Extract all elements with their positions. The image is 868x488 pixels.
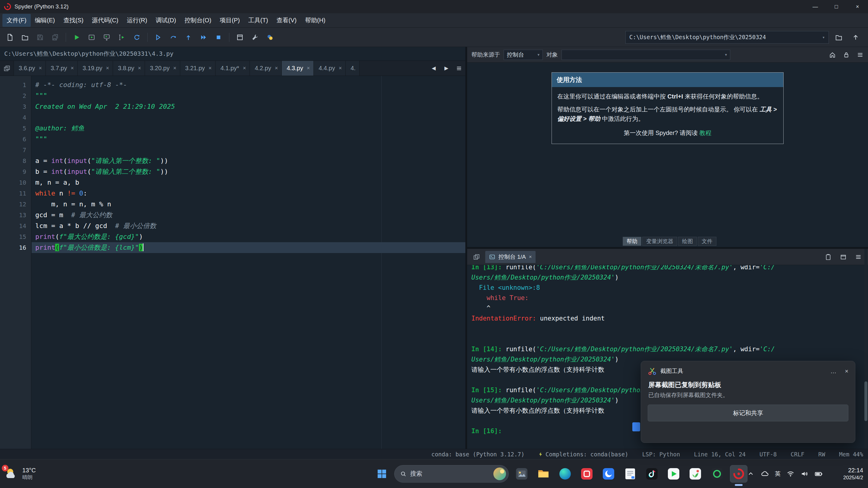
tab-close-icon[interactable]: × [106,65,110,71]
taskbar-app-iqiyi[interactable] [665,465,682,483]
wifi-icon[interactable] [786,470,795,478]
taskbar-app-tiktok[interactable] [643,465,661,483]
code-line[interactable]: m, n = a, b [35,177,465,188]
taskbar-app-gallery[interactable] [513,465,530,483]
taskbar-app-document[interactable] [621,465,639,483]
working-directory-combo[interactable]: C:\Users\鳕鱼\Desktop\python作业\20250324 ▾ [625,31,829,44]
next-tab-button[interactable]: ▶ [440,61,453,76]
editor-tab-3.8.py[interactable]: 3.8.py× [113,61,145,76]
step-over-button[interactable] [166,30,180,44]
code-line[interactable]: print(f"最大公约数是: {gcd}") [35,231,465,242]
hamburger-menu-icon[interactable] [857,51,864,59]
line-number[interactable]: 14 [0,221,31,231]
code-line[interactable] [35,112,465,123]
pane-tab-variable-explorer[interactable]: 变量浏览器 [642,237,677,246]
new-file-button[interactable] [3,30,17,44]
code-line[interactable]: """ [35,134,465,144]
more-options-icon[interactable]: … [830,368,836,375]
line-number[interactable]: 6 [0,134,31,144]
search-daily-image[interactable] [493,467,506,480]
chevron-up-icon[interactable] [747,470,754,478]
console-scrollbar[interactable] [864,249,867,449]
help-source-combo[interactable]: 控制台 ▾ [504,50,543,60]
line-number[interactable]: 2 [0,90,31,101]
line-number[interactable]: 8 [0,156,31,166]
ime-language-indicator[interactable]: 英 [775,470,781,478]
open-file-button[interactable] [18,30,32,44]
line-number[interactable]: 3 [0,101,31,112]
tab-close-icon[interactable]: × [70,65,74,71]
tab-menu-button[interactable] [453,61,465,76]
editor-tab-4.[interactable]: 4. [346,61,360,76]
line-number[interactable]: 1 [0,79,31,90]
chevron-down-icon[interactable]: ▾ [819,35,825,40]
browse-consoles-button[interactable] [470,253,484,261]
tab-close-icon[interactable]: × [275,65,278,71]
taskbar-app-edge[interactable] [556,465,574,483]
continue-button[interactable] [196,30,210,44]
tab-close-icon[interactable]: × [243,65,246,71]
run-cell-advance-button[interactable] [100,30,114,44]
line-number[interactable]: 10 [0,177,31,188]
tab-close-icon[interactable]: × [173,65,177,71]
code-line[interactable]: lcm = a * b // gcd # 最小公倍数 [35,221,465,231]
hamburger-menu-icon[interactable] [855,253,862,261]
start-button[interactable] [374,466,390,482]
lock-icon[interactable] [843,51,850,59]
step-return-button[interactable] [181,30,195,44]
code-line[interactable]: """ [35,90,465,101]
line-number[interactable]: 12 [0,199,31,210]
onedrive-cloud-icon[interactable] [761,469,769,478]
code-line[interactable]: print(f"最小公倍数是: {lcm}") [32,242,465,253]
console-tab[interactable]: 控制台 1/A × [485,251,535,263]
run-cell-button[interactable] [85,30,98,44]
menu-item-run[interactable]: 运行(R) [123,14,152,27]
home-icon[interactable] [829,51,836,59]
line-number[interactable]: 13 [0,210,31,221]
preferences-button[interactable] [248,30,262,44]
menu-item-edit[interactable]: 编辑(E) [31,14,59,27]
taskbar-app-green-ring[interactable] [708,465,726,483]
editor-tab-4.2.py[interactable]: 4.2.py× [250,61,282,76]
tab-close-icon[interactable]: × [138,65,141,71]
tutorial-link[interactable]: 教程 [700,130,712,136]
parent-directory-button[interactable] [849,30,863,44]
menu-item-tools[interactable]: 工具(T) [244,14,273,27]
editor-tab-3.6.py[interactable]: 3.6.py× [14,61,46,76]
line-number[interactable]: 16 [0,242,31,253]
run-selection-button[interactable] [115,30,129,44]
editor-tab-3.19.py[interactable]: 3.19.py× [78,61,113,76]
pane-tab-help[interactable]: 帮助 [623,237,641,246]
run-file-button[interactable] [70,30,84,44]
taskbar-app-blue[interactable] [600,465,617,483]
code-line[interactable]: a = int(input("请输入第一个整数: ")) [35,156,465,166]
save-all-button[interactable] [48,30,62,44]
taskbar-app-spyder[interactable] [730,465,747,483]
weather-widget[interactable]: 5 13°C 晴朗 [4,459,36,488]
volume-icon[interactable] [801,470,808,478]
tab-close-icon[interactable]: × [529,254,532,260]
editor-tab-3.21.py[interactable]: 3.21.py× [180,61,216,76]
menu-item-file[interactable]: 文件(F) [2,14,31,27]
tab-close-icon[interactable]: × [307,65,310,71]
editor-tab-4.3.py[interactable]: 4.3.py× [282,61,314,76]
code-editor[interactable]: 12345678910111213141516 # -*- coding: ut… [0,76,465,449]
menu-item-help[interactable]: 帮助(H) [301,14,330,27]
code-line[interactable]: Created on Wed Apr 2 21:29:10 2025 [35,101,465,112]
clipboard-icon[interactable] [825,253,832,261]
menu-item-source[interactable]: 源代码(C) [88,14,123,27]
browse-tabs-button[interactable] [0,61,14,76]
prev-tab-button[interactable]: ◀ [427,61,440,76]
snipping-tool-toast[interactable]: 截图工具 … × 屏幕截图已复制到剪贴板 已自动保存到屏幕截图文件夹。 标记和共… [641,361,855,443]
close-button[interactable]: × [847,0,868,13]
markup-share-button[interactable]: 标记和共享 [648,404,848,421]
pane-tab-files[interactable]: 文件 [698,237,716,246]
maximize-pane-button[interactable] [233,30,247,44]
tab-close-icon[interactable]: × [339,65,342,71]
battery-icon[interactable] [814,469,823,478]
line-number[interactable]: 7 [0,144,31,156]
line-number[interactable]: 4 [0,112,31,123]
taskbar-app-red[interactable] [578,465,595,483]
menu-item-search[interactable]: 查找(S) [59,14,88,27]
code-line[interactable]: # -*- coding: utf-8 -*- [35,79,465,90]
